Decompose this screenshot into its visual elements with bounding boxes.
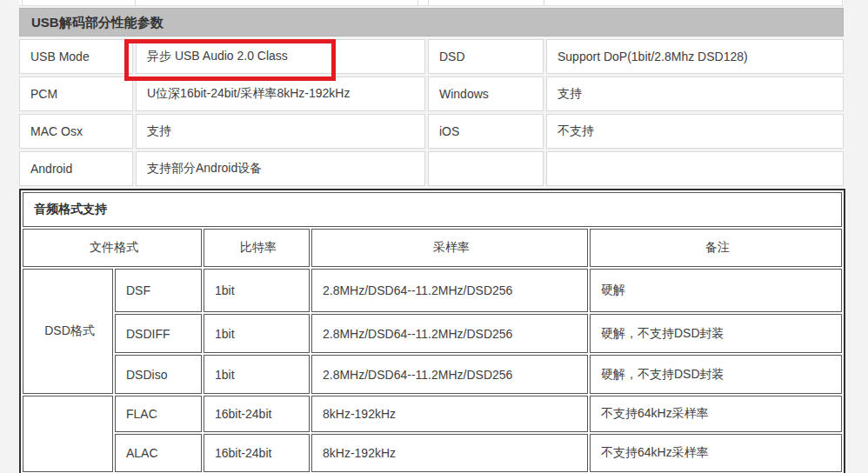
remnant-divider <box>842 0 843 5</box>
table-row: USB Mode 异步 USB Audio 2.0 Class DSD Supp… <box>19 39 844 74</box>
spec-label: MAC Osx <box>19 114 133 149</box>
sample-rate-cell: 8kHz-192kHz <box>311 434 588 472</box>
remark-cell: 不支持64kHz采样率 <box>590 396 842 432</box>
table-row: Android 支持部分Android设备 <box>19 151 844 186</box>
spec-label: DSD <box>428 39 544 74</box>
spec-label: PCM <box>19 77 133 111</box>
spec-value: 支持部分Android设备 <box>136 151 425 186</box>
spec-label-empty <box>428 151 544 186</box>
spec-label: Windows <box>428 77 544 111</box>
format-group-label-second <box>23 396 113 472</box>
remnant-divider <box>428 0 429 5</box>
spec-value: 支持 <box>136 114 425 149</box>
remnant-divider <box>417 0 418 5</box>
sample-rate-cell: 2.8MHz/DSD64--11.2MHz/DSD256 <box>311 314 588 353</box>
sample-rate-cell: 2.8MHz/DSD64--11.2MHz/DSD256 <box>311 355 588 394</box>
remark-cell: 不支持64kHz采样率 <box>590 434 842 472</box>
usb-section-header: USB解码部分性能参数 <box>19 8 844 37</box>
remnant-divider <box>544 0 544 5</box>
remark-cell: 硬解，不支持DSD封装 <box>590 355 842 394</box>
format-cell: DSDiso <box>115 355 202 394</box>
table-row: PCM U位深16bit-24bit/采样率8kHz-192kHz Window… <box>19 77 844 111</box>
remnant-divider <box>22 0 23 5</box>
format-cell: DSF <box>115 269 202 312</box>
format-cell: DSDIFF <box>115 314 202 353</box>
remark-cell: 硬解 <box>590 269 842 312</box>
format-cell: FLAC <box>115 396 202 432</box>
table-row: 音频格式支持 <box>23 192 842 227</box>
spec-page-content: USB解码部分性能参数 USB Mode 异步 USB Audio 2.0 Cl… <box>19 0 845 473</box>
column-header-bitrate: 比特率 <box>204 229 310 267</box>
usb-spec-table: USB Mode 异步 USB Audio 2.0 Class DSD Supp… <box>17 37 846 189</box>
table-header-row: 文件格式 比特率 采样率 备注 <box>23 229 842 267</box>
format-group-label-dsd: DSD格式 <box>23 269 113 394</box>
bitrate-cell: 1bit <box>204 269 310 312</box>
audio-format-table: 音频格式支持 文件格式 比特率 采样率 备注 DSD格式 DSF 1bit 2.… <box>19 189 845 473</box>
spec-value: Support DoP(1bit/2.8Mhz DSD128) <box>546 39 844 74</box>
spec-label: iOS <box>428 114 544 149</box>
column-header-file-format: 文件格式 <box>23 229 202 267</box>
bitrate-cell: 1bit <box>204 355 310 394</box>
format-cell: ALAC <box>115 434 202 472</box>
spec-value: U位深16bit-24bit/采样率8kHz-192kHz <box>136 77 425 111</box>
bitrate-cell: 16bit-24bit <box>204 396 310 432</box>
spec-value: 异步 USB Audio 2.0 Class <box>136 39 425 74</box>
spec-label: USB Mode <box>19 39 133 74</box>
column-header-sample-rate: 采样率 <box>311 229 588 267</box>
table-row: FLAC 16bit-24bit 8kHz-192kHz 不支持64kHz采样率 <box>23 396 842 432</box>
table-row: DSD格式 DSF 1bit 2.8MHz/DSD64--11.2MHz/DSD… <box>23 269 842 312</box>
sample-rate-cell: 8kHz-192kHz <box>311 396 588 432</box>
table-row: DSDIFF 1bit 2.8MHz/DSD64--11.2MHz/DSD256… <box>23 314 842 353</box>
bitrate-cell: 1bit <box>204 314 310 353</box>
table-row: MAC Osx 支持 iOS 不支持 <box>19 114 844 149</box>
remark-cell: 硬解，不支持DSD封装 <box>590 314 842 353</box>
spec-label: Android <box>19 151 133 186</box>
bitrate-cell: 16bit-24bit <box>204 434 310 472</box>
audio-section-header: 音频格式支持 <box>23 192 842 227</box>
table-row: ALAC 16bit-24bit 8kHz-192kHz 不支持64kHz采样率 <box>23 434 842 472</box>
column-header-remark: 备注 <box>590 229 842 267</box>
spec-value: 不支持 <box>546 114 844 149</box>
previous-table-remnant <box>19 0 844 6</box>
remnant-divider <box>135 0 136 5</box>
spec-value-empty <box>546 151 844 186</box>
sample-rate-cell: 2.8MHz/DSD64--11.2MHz/DSD256 <box>311 269 588 312</box>
table-row: DSDiso 1bit 2.8MHz/DSD64--11.2MHz/DSD256… <box>23 355 842 394</box>
spec-value: 支持 <box>546 77 844 111</box>
